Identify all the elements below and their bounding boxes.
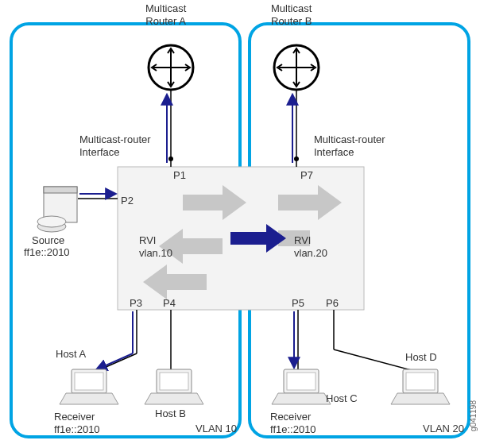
svg-rect-34	[406, 373, 435, 390]
multicast-router-b	[274, 45, 319, 90]
svg-point-12	[168, 156, 173, 161]
receiver-left-label: Receiverff1e::2010	[54, 411, 100, 435]
svg-rect-16	[44, 187, 77, 193]
host-a-icon	[60, 369, 118, 404]
multicast-router-a	[149, 45, 193, 90]
mr-interface-right-label: Multicast-routerInterface	[314, 133, 385, 158]
rvi-right-label: RVIvlan.20	[294, 234, 327, 259]
host-d-icon	[391, 369, 450, 404]
port-p5-label: P5	[292, 297, 304, 310]
svg-point-14	[294, 156, 299, 161]
port-p4-label: P4	[163, 297, 176, 310]
port-p3-label: P3	[130, 297, 142, 310]
svg-rect-32	[287, 373, 315, 390]
port-p2-label: P2	[121, 195, 134, 207]
network-diagram	[0, 0, 480, 448]
source-addr-label: ff1e::2010	[24, 246, 70, 259]
host-c-icon	[272, 369, 331, 404]
port-p6-label: P6	[326, 297, 339, 310]
host-c-label: Host C	[326, 392, 358, 405]
host-d-label: Host D	[405, 351, 437, 364]
port-p7-label: P7	[300, 169, 313, 182]
mr-interface-left-label: Multicast-routerInterface	[79, 133, 151, 158]
svg-rect-30	[160, 373, 188, 390]
host-b-icon	[145, 369, 203, 404]
svg-point-18	[37, 216, 66, 227]
source-name-label: Source	[32, 234, 64, 247]
router-b-label: MulticastRouter B	[271, 2, 312, 27]
router-a-label: MulticastRouter A	[145, 2, 186, 27]
image-id-label: g041198	[469, 400, 478, 431]
vlan20-label: VLAN 20	[423, 423, 464, 435]
host-b-label: Host B	[155, 407, 186, 420]
vlan10-label: VLAN 10	[195, 423, 237, 435]
svg-line-22	[97, 353, 133, 369]
source-server-icon	[37, 187, 77, 232]
svg-rect-28	[75, 373, 103, 390]
receiver-right-label: Receiverff1e::2010	[270, 411, 316, 435]
host-a-label: Host A	[56, 348, 86, 361]
port-p1-label: P1	[173, 169, 186, 182]
rvi-left-label: RVIvlan.10	[139, 234, 172, 259]
